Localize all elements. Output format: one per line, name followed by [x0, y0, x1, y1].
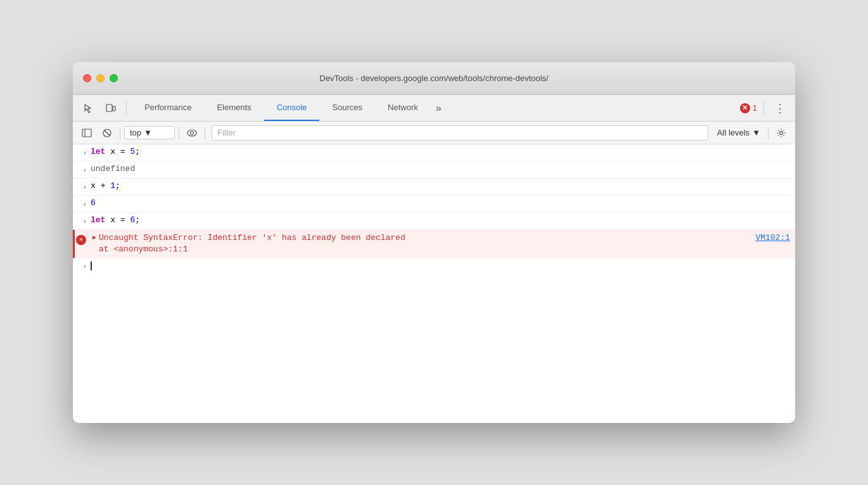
window-title: DevTools - developers.google.com/web/too… — [319, 73, 548, 83]
error-count: 1 — [753, 103, 757, 113]
line-content-3: x + 1; — [91, 180, 790, 192]
cursor — [91, 261, 92, 270]
svg-point-8 — [780, 131, 783, 134]
error-detail-text: at <anonymous>:1:1 — [99, 244, 745, 255]
output-arrow-2: ‹ — [73, 198, 91, 210]
error-arrow: ✕ — [75, 232, 93, 245]
op-plus: + — [101, 180, 106, 192]
svg-rect-1 — [113, 106, 115, 111]
num-6: 6 — [130, 215, 135, 226]
console-line-1: › let x = 5; — [73, 144, 795, 161]
svg-line-5 — [105, 130, 110, 135]
num-1: 1 — [110, 180, 115, 192]
semi-1: ; — [135, 146, 140, 158]
var-x-3: x — [110, 215, 115, 226]
device-toggle-button[interactable] — [101, 98, 121, 118]
undefined-text-1: undefined — [91, 163, 135, 175]
toolbar-sep-2 — [763, 101, 764, 116]
semi-2: ; — [115, 180, 120, 192]
op-eq-1: = — [120, 146, 125, 158]
tab-console[interactable]: Console — [264, 95, 320, 121]
level-label: All levels — [717, 128, 750, 137]
level-select[interactable]: All levels ▼ — [713, 127, 764, 139]
input-arrow-1: › — [73, 146, 91, 159]
num-5: 5 — [130, 146, 135, 158]
error-main-text: Uncaught SyntaxError: Identifier 'x' has… — [99, 232, 745, 244]
input-arrow-4: › — [73, 261, 91, 270]
tab-sources[interactable]: Sources — [319, 95, 375, 121]
input-arrow-2: › — [73, 180, 91, 193]
tab-network[interactable]: Network — [375, 95, 431, 121]
var-x-2: x — [91, 180, 96, 192]
tab-performance[interactable]: Performance — [132, 95, 204, 121]
line-content-1: let x = 5; — [91, 146, 790, 158]
tab-elements[interactable]: Elements — [204, 95, 264, 121]
error-icon: ✕ — [76, 235, 86, 245]
console-input-line: › — [73, 258, 795, 274]
more-tabs-button[interactable]: » — [431, 103, 447, 114]
keyword-let-1: let — [91, 146, 105, 158]
console-sep-3 — [205, 127, 205, 139]
line-content-5: let x = 6; — [91, 215, 790, 226]
result-6: 6 — [91, 198, 96, 209]
console-line-5: › let x = 6; — [73, 213, 795, 230]
error-badge: ✕ 1 — [740, 103, 757, 113]
console-content: › let x = 5; ‹ undefined › x + 1; ‹ 6 — [73, 144, 795, 423]
minimize-button[interactable] — [96, 74, 105, 82]
input-arrow-3: › — [73, 215, 91, 227]
console-line-3: › x + 1; — [73, 179, 795, 196]
error-expand-button[interactable]: ▶ — [93, 232, 96, 244]
svg-point-7 — [191, 131, 194, 134]
devtools-window: DevTools - developers.google.com/web/too… — [73, 62, 795, 423]
traffic-lights — [83, 74, 118, 82]
console-sep-1 — [120, 127, 120, 139]
console-sep-2 — [179, 127, 179, 139]
error-message: Uncaught SyntaxError: Identifier 'x' has… — [99, 232, 745, 255]
clear-console-button[interactable] — [98, 124, 116, 142]
console-toolbar: top ▼ All levels ▼ — [73, 122, 795, 144]
context-label: top — [130, 128, 141, 137]
close-button[interactable] — [83, 74, 91, 82]
context-arrow: ▼ — [144, 128, 152, 137]
error-badge-icon: ✕ — [740, 103, 750, 113]
error-location[interactable]: VM102:1 — [745, 232, 790, 244]
title-bar: DevTools - developers.google.com/web/too… — [73, 62, 795, 95]
level-arrow: ▼ — [752, 128, 760, 137]
line-content-4: 6 — [91, 198, 790, 209]
sidebar-toggle-button[interactable] — [78, 124, 96, 142]
maximize-button[interactable] — [110, 74, 118, 82]
filter-input[interactable] — [212, 125, 708, 141]
more-menu-button[interactable]: ⋮ — [770, 101, 790, 115]
console-settings-button[interactable] — [772, 124, 790, 142]
op-eq-2: = — [120, 215, 125, 226]
cursor-tool-button[interactable] — [78, 98, 98, 118]
console-line-4: ‹ 6 — [73, 196, 795, 213]
svg-rect-2 — [82, 129, 91, 137]
toolbar-separator — [126, 101, 127, 116]
keyword-let-2: let — [91, 215, 105, 226]
console-line-2: ‹ undefined — [73, 161, 795, 179]
svg-rect-0 — [106, 104, 112, 111]
console-sep-4 — [768, 127, 769, 139]
context-selector[interactable]: top ▼ — [124, 126, 175, 139]
console-error-line: ✕ ▶ Uncaught SyntaxError: Identifier 'x'… — [73, 230, 795, 258]
eye-button[interactable] — [183, 124, 201, 142]
semi-3: ; — [135, 215, 140, 226]
nav-tabs: Performance Elements Console Sources Net… — [132, 95, 737, 121]
toolbar-right: ✕ 1 ⋮ — [740, 101, 790, 116]
var-x-1: x — [110, 146, 115, 158]
output-arrow-1: ‹ — [73, 163, 91, 176]
line-content-2: undefined — [91, 163, 790, 175]
svg-point-6 — [188, 130, 196, 136]
nav-toolbar: Performance Elements Console Sources Net… — [73, 95, 795, 122]
